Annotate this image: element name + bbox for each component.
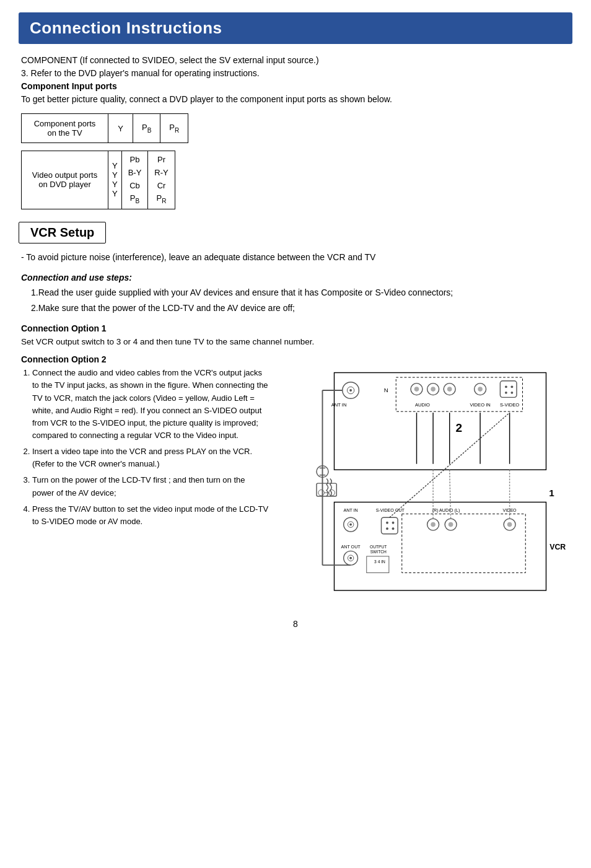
svg-point-6 bbox=[414, 387, 419, 392]
option2-step-4: Press the TV/AV button to set the video … bbox=[32, 503, 269, 528]
svg-point-14 bbox=[505, 386, 507, 388]
option2-step-2: Insert a video tape into the VCR and pre… bbox=[32, 445, 269, 470]
svg-rect-0 bbox=[335, 373, 546, 470]
component-input-body: To get better picture quality, connect a… bbox=[21, 93, 570, 106]
dvd-middle-col: Pb B-Y Cb PB bbox=[121, 151, 148, 209]
svg-text:VIDEO IN: VIDEO IN bbox=[470, 402, 490, 408]
component-table-section: Component portson the TV Y PB PR Video o… bbox=[21, 113, 570, 209]
vcr-setup-intro: - To avoid picture noise (interference),… bbox=[19, 251, 572, 264]
connection-steps-section: Connection and use steps: 1.Read the use… bbox=[21, 273, 570, 315]
option2-title: Connection Option 2 bbox=[21, 354, 570, 364]
svg-point-10 bbox=[447, 387, 452, 392]
svg-point-45 bbox=[449, 522, 453, 527]
svg-text:SWITCH: SWITCH bbox=[370, 550, 387, 554]
steps-title: Connection and use steps: bbox=[21, 273, 570, 283]
svg-point-8 bbox=[431, 387, 436, 392]
svg-point-41 bbox=[392, 528, 395, 530]
page-number: 8 bbox=[19, 619, 572, 629]
option2-steps-text: Connect the audio and video cables from … bbox=[21, 367, 269, 532]
step-1: 1.Read the user guide supplied with your… bbox=[21, 286, 570, 299]
intro-section: COMPONENT (If connected to SVIDEO, selec… bbox=[19, 54, 572, 106]
intro-line2: 3. Refer to the DVD player's manual for … bbox=[21, 67, 570, 80]
svg-text:2: 2 bbox=[456, 421, 463, 434]
header-banner: Connection Instructions bbox=[19, 12, 572, 44]
svg-point-15 bbox=[511, 386, 514, 388]
svg-rect-13 bbox=[500, 381, 517, 398]
svg-text:S-VIDEO: S-VIDEO bbox=[500, 402, 519, 408]
svg-point-17 bbox=[511, 392, 514, 394]
tv-ports-row: Component portson the TV Y PB PR bbox=[22, 114, 188, 143]
vcr-setup-section: VCR Setup - To avoid picture noise (inte… bbox=[19, 222, 572, 264]
dvd-right-col: Pr R-Y Cr PR bbox=[148, 151, 175, 209]
tv-pr-port: PR bbox=[160, 114, 188, 143]
svg-point-47 bbox=[507, 522, 512, 527]
svg-rect-64 bbox=[402, 514, 526, 573]
page-title: Connection Instructions bbox=[30, 19, 561, 38]
svg-text:OUTPUT: OUTPUT bbox=[370, 545, 387, 549]
svg-point-36 bbox=[349, 524, 352, 526]
svg-text:1: 1 bbox=[549, 488, 554, 498]
option1-title: Connection Option 1 bbox=[21, 323, 570, 333]
svg-point-66 bbox=[318, 490, 325, 496]
step-2: 2.Make sure that the power of the LCD-TV… bbox=[21, 302, 570, 315]
svg-point-16 bbox=[505, 392, 507, 394]
svg-text:ANT OUT: ANT OUT bbox=[341, 545, 361, 550]
dvd-ports-table: Video output portson DVD player Y Y Y Y … bbox=[21, 151, 175, 209]
vcr-setup-title: VCR Setup bbox=[19, 222, 106, 243]
svg-text:S-VIDEO  OUT: S-VIDEO OUT bbox=[376, 508, 405, 513]
svg-rect-28 bbox=[335, 502, 546, 591]
page: Connection Instructions COMPONENT (If co… bbox=[0, 0, 591, 868]
svg-point-3 bbox=[349, 389, 352, 392]
option2-step-3: Turn on the power of the LCD-TV first ; … bbox=[32, 474, 269, 499]
diagram-svg: ANT IN N bbox=[275, 367, 570, 602]
svg-point-39 bbox=[392, 522, 395, 524]
steps-list: 1.Read the user guide supplied with your… bbox=[21, 286, 570, 315]
dvd-y-col: Y Y Y Y bbox=[108, 151, 122, 209]
svg-text:3  4  IN: 3 4 IN bbox=[374, 560, 385, 564]
option2-layout: Connect the audio and video cables from … bbox=[21, 367, 570, 604]
dvd-ports-row: Video output portson DVD player Y Y Y Y … bbox=[22, 151, 175, 209]
svg-rect-37 bbox=[382, 517, 398, 534]
option1-text: Set VCR output switch to 3 or 4 and then… bbox=[21, 336, 570, 348]
ant-in-label: ANT IN bbox=[331, 402, 347, 408]
tv-ports-label: Component portson the TV bbox=[22, 114, 108, 143]
option2-steps-list: Connect the audio and video cables from … bbox=[21, 367, 269, 528]
svg-text:VCR: VCR bbox=[549, 543, 566, 551]
svg-text:(R) AUDIO (L): (R) AUDIO (L) bbox=[432, 508, 460, 513]
component-input-title: Component Input ports bbox=[21, 80, 570, 93]
svg-point-51 bbox=[349, 557, 352, 559]
svg-point-40 bbox=[386, 528, 388, 530]
option2-section: Connection Option 2 Connect the audio an… bbox=[21, 354, 570, 604]
tv-y-port: Y bbox=[108, 114, 133, 143]
svg-point-38 bbox=[386, 522, 388, 524]
svg-text:ANT IN: ANT IN bbox=[344, 508, 358, 513]
svg-text:AUDIO: AUDIO bbox=[415, 402, 430, 408]
option1-section: Connection Option 1 Set VCR output switc… bbox=[21, 323, 570, 348]
intro-line1: COMPONENT (If connected to SVIDEO, selec… bbox=[21, 54, 570, 67]
tv-ports-table: Component portson the TV Y PB PR bbox=[21, 113, 188, 143]
svg-rect-54 bbox=[367, 556, 389, 573]
dvd-ports-label: Video output portson DVD player bbox=[22, 151, 108, 209]
connection-diagram: ANT IN N bbox=[275, 367, 570, 604]
svg-point-43 bbox=[431, 522, 436, 527]
tv-pb-port: PB bbox=[133, 114, 160, 143]
svg-point-12 bbox=[478, 387, 483, 392]
svg-text:N: N bbox=[384, 387, 388, 393]
option2-step-1: Connect the audio and video cables from … bbox=[32, 367, 269, 442]
